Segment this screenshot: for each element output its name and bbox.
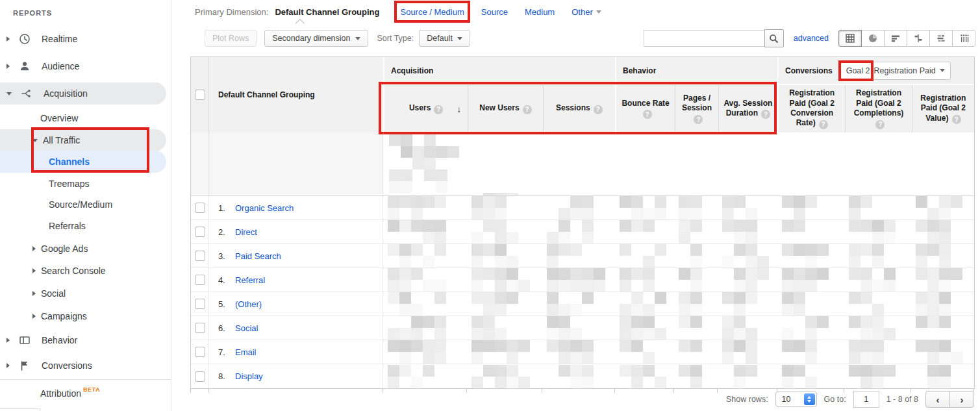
next-page-button[interactable]: › — [949, 391, 974, 408]
help-icon[interactable]: ? — [594, 105, 603, 114]
previous-page-button[interactable]: ‹ — [925, 391, 950, 408]
help-icon[interactable]: ? — [952, 115, 961, 124]
help-icon[interactable]: ? — [761, 110, 770, 119]
expand-right-icon[interactable] — [6, 363, 10, 368]
view-pivot-button[interactable] — [952, 30, 975, 47]
help-icon[interactable]: ? — [523, 105, 532, 114]
expand-right-icon[interactable] — [32, 268, 36, 273]
dimension-source-link[interactable]: Source — [481, 7, 508, 17]
column-header-users[interactable]: Users? ↓ — [384, 85, 468, 132]
help-icon[interactable]: ? — [875, 120, 885, 129]
sidebar-item-acquisition[interactable]: Acquisition — [0, 82, 166, 105]
column-header-registration-rate[interactable]: Registration Paid (Goal 2 Conversion Rat… — [779, 85, 845, 132]
dimension-medium-link[interactable]: Medium — [525, 7, 555, 17]
table-row: 5.(Other) — [191, 292, 974, 316]
expand-right-icon[interactable] — [32, 314, 36, 319]
expand-right-icon[interactable] — [6, 36, 10, 42]
expand-right-icon[interactable] — [6, 338, 10, 343]
sidebar-item-attribution[interactable]: Attribution BETA — [0, 382, 166, 405]
metric-cell — [718, 220, 777, 243]
column-header-sessions[interactable]: Sessions? — [543, 85, 615, 132]
channel-link[interactable]: Paid Search — [235, 251, 281, 261]
dimension-default-channel-grouping[interactable]: Default Channel Grouping — [275, 7, 379, 17]
view-percentage-button[interactable] — [861, 30, 885, 47]
sidebar-item-behavior[interactable]: Behavior — [0, 329, 166, 351]
column-header-new-users[interactable]: New Users? — [468, 85, 542, 132]
sidebar-item-realtime[interactable]: Realtime — [0, 28, 166, 50]
row-checkbox[interactable] — [195, 347, 205, 357]
chevron-down-icon — [457, 37, 462, 40]
view-comparison-button[interactable] — [907, 30, 930, 47]
secondary-dimension-button[interactable]: Secondary dimension — [264, 30, 368, 47]
metric-cell — [777, 316, 844, 340]
sidebar-item-campaigns[interactable]: Campaigns — [0, 305, 166, 327]
metric-cell — [383, 316, 467, 340]
row-checkbox[interactable] — [195, 275, 205, 285]
sidebar-item-source-medium[interactable]: Source/Medium — [0, 193, 166, 216]
metric-cell — [467, 220, 542, 243]
sidebar-item-overview[interactable]: Overview — [0, 107, 166, 129]
sidebar-item-google-ads[interactable]: Google Ads — [0, 238, 166, 260]
expand-right-icon[interactable] — [32, 291, 36, 296]
channel-link[interactable]: Email — [235, 347, 257, 357]
expand-right-icon[interactable] — [32, 246, 36, 251]
row-checkbox[interactable] — [195, 251, 205, 261]
metric-cell — [383, 292, 467, 316]
sidebar-item-social[interactable]: Social — [0, 282, 166, 305]
sidebar-item-label: Campaigns — [41, 311, 87, 321]
dimension-other-dropdown[interactable]: Other — [572, 7, 601, 17]
column-header-registration-value[interactable]: Registration Paid (Goal 2 Value)? — [912, 85, 974, 132]
channel-link[interactable]: Direct — [235, 227, 257, 237]
sidebar-item-channels[interactable]: Channels — [0, 151, 166, 173]
sort-type-dropdown[interactable]: Default — [419, 30, 470, 47]
channel-link[interactable]: Social — [235, 323, 258, 333]
help-icon[interactable]: ? — [643, 110, 652, 119]
help-icon[interactable]: ? — [434, 105, 443, 114]
sidebar-item-all-traffic[interactable]: All Traffic — [0, 129, 166, 151]
redacted-data-mosaic — [849, 365, 907, 388]
primary-dimension-bar: Primary Dimension: Default Channel Group… — [171, 0, 601, 23]
sidebar-item-conversions[interactable]: Conversions — [0, 355, 166, 377]
select-all-checkbox[interactable] — [195, 90, 205, 100]
column-header-avg-session-duration[interactable]: Avg. Session Duration? — [718, 85, 777, 132]
search-input[interactable] — [644, 30, 764, 47]
redacted-data-mosaic — [782, 316, 840, 340]
goto-page-input[interactable] — [853, 391, 879, 408]
search-button[interactable] — [764, 29, 784, 47]
sidebar-item-treemaps[interactable]: Treemaps — [0, 173, 166, 195]
expand-right-icon[interactable] — [6, 64, 10, 69]
help-icon[interactable]: ? — [819, 120, 828, 129]
row-checkbox[interactable] — [195, 323, 205, 333]
row-checkbox[interactable] — [195, 371, 205, 382]
column-header-pages-session[interactable]: Pages / Session? — [675, 85, 718, 132]
plot-rows-button[interactable]: Plot Rows — [205, 30, 257, 47]
metric-cell — [615, 340, 674, 364]
redacted-data-mosaic — [471, 268, 538, 292]
column-header-bounce-rate[interactable]: Bounce Rate? — [616, 85, 675, 132]
metric-cell — [615, 292, 674, 316]
channel-link[interactable]: (Other) — [235, 299, 262, 309]
channel-link[interactable]: Organic Search — [235, 203, 294, 213]
channel-link[interactable]: Display — [235, 371, 263, 381]
column-header-registration-completions[interactable]: Registration Paid (Goal 2 Completions)? — [845, 85, 911, 132]
goal-selector-dropdown[interactable]: Goal 2 Registration Paid — [840, 62, 951, 80]
expand-down-icon[interactable] — [32, 139, 38, 142]
redacted-data-mosaic — [916, 244, 970, 268]
row-checkbox[interactable] — [195, 203, 205, 213]
view-table-button[interactable] — [838, 30, 862, 47]
show-rows-select[interactable]: 10 — [775, 392, 817, 407]
sidebar-item-audience[interactable]: Audience — [0, 55, 166, 77]
advanced-search-link[interactable]: advanced — [794, 34, 829, 43]
view-performance-button[interactable] — [884, 30, 907, 47]
help-icon[interactable]: ? — [694, 115, 703, 124]
metric-cell — [542, 340, 615, 364]
channel-link[interactable]: Referral — [235, 275, 265, 285]
dimension-source-medium-link[interactable]: Source / Medium — [400, 7, 464, 17]
row-checkbox[interactable] — [195, 299, 205, 309]
sidebar-item-search-console[interactable]: Search Console — [0, 260, 166, 282]
row-checkbox[interactable] — [195, 227, 205, 237]
expand-down-icon[interactable] — [6, 92, 12, 95]
row-number: 7. — [218, 347, 235, 357]
sidebar-item-referrals[interactable]: Referrals — [0, 215, 166, 237]
view-term-cloud-button[interactable] — [929, 30, 953, 47]
